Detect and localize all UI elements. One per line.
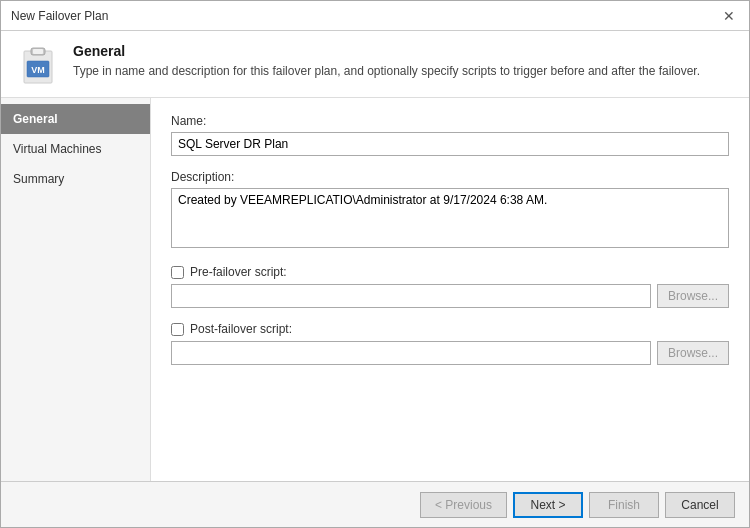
next-button[interactable]: Next >: [513, 492, 583, 518]
post-failover-label: Post-failover script:: [190, 322, 292, 336]
sidebar: General Virtual Machines Summary: [1, 98, 151, 481]
svg-text:VM: VM: [31, 65, 45, 75]
pre-failover-input[interactable]: [171, 284, 651, 308]
name-input[interactable]: [171, 132, 729, 156]
pre-failover-checkbox[interactable]: [171, 266, 184, 279]
header-icon: VM: [17, 43, 59, 85]
pre-failover-checkbox-label[interactable]: Pre-failover script:: [171, 265, 729, 279]
close-button[interactable]: ✕: [719, 9, 739, 23]
post-failover-input-row: Browse...: [171, 341, 729, 365]
svg-rect-2: [33, 49, 43, 54]
sidebar-item-summary-label: Summary: [13, 172, 64, 186]
post-failover-input[interactable]: [171, 341, 651, 365]
description-group: Description: Created by VEEAMREPLICATIO\…: [171, 170, 729, 251]
post-failover-group: Post-failover script: Browse...: [171, 322, 729, 365]
dialog-title: New Failover Plan: [11, 9, 108, 23]
description-textarea[interactable]: Created by VEEAMREPLICATIO\Administrator…: [171, 188, 729, 248]
name-group: Name:: [171, 114, 729, 156]
main-content: Name: Description: Created by VEEAMREPLI…: [151, 98, 749, 481]
dialog-footer: < Previous Next > Finish Cancel: [1, 481, 749, 527]
header-title: General: [73, 43, 700, 59]
post-failover-checkbox[interactable]: [171, 323, 184, 336]
sidebar-item-general-label: General: [13, 112, 58, 126]
pre-failover-group: Pre-failover script: Browse...: [171, 265, 729, 308]
header-text: General Type in name and description for…: [73, 43, 700, 80]
dialog-body: General Virtual Machines Summary Name: D…: [1, 98, 749, 481]
sidebar-item-vms-label: Virtual Machines: [13, 142, 102, 156]
cancel-button[interactable]: Cancel: [665, 492, 735, 518]
pre-failover-label: Pre-failover script:: [190, 265, 287, 279]
post-failover-browse-button[interactable]: Browse...: [657, 341, 729, 365]
pre-failover-browse-button[interactable]: Browse...: [657, 284, 729, 308]
description-label: Description:: [171, 170, 729, 184]
sidebar-item-virtual-machines[interactable]: Virtual Machines: [1, 134, 150, 164]
finish-button[interactable]: Finish: [589, 492, 659, 518]
post-failover-checkbox-label[interactable]: Post-failover script:: [171, 322, 729, 336]
name-label: Name:: [171, 114, 729, 128]
dialog-window: New Failover Plan ✕ VM General Type in n…: [0, 0, 750, 528]
previous-button[interactable]: < Previous: [420, 492, 507, 518]
header-description: Type in name and description for this fa…: [73, 63, 700, 80]
title-bar: New Failover Plan ✕: [1, 1, 749, 31]
sidebar-item-general[interactable]: General: [1, 104, 150, 134]
sidebar-item-summary[interactable]: Summary: [1, 164, 150, 194]
pre-failover-input-row: Browse...: [171, 284, 729, 308]
dialog-header: VM General Type in name and description …: [1, 31, 749, 98]
